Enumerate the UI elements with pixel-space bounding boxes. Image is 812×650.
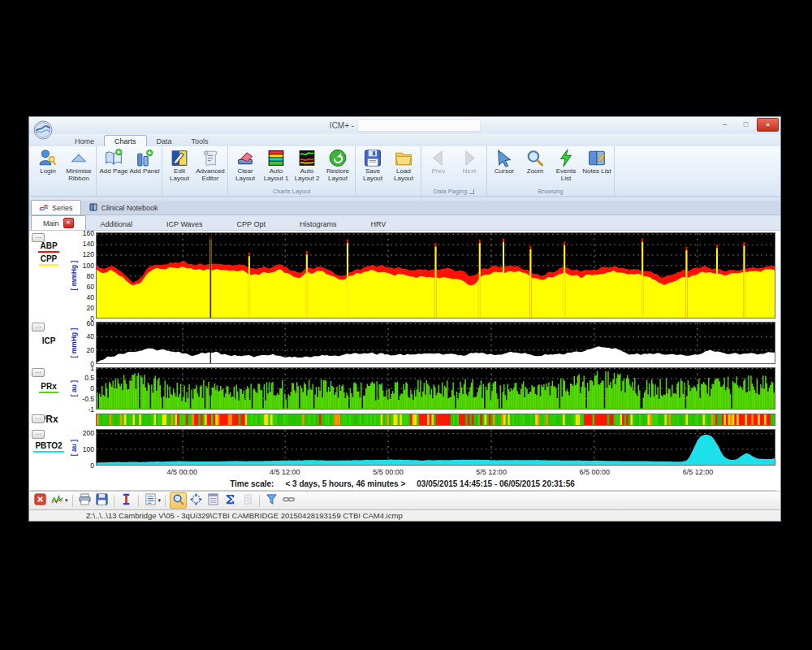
ribbon-group-browsing: CursorZoomEvents ListNotes ListBrowsing — [487, 146, 615, 196]
panel-prx: …PRx[ au ]-1-0.500.51 — [29, 367, 775, 410]
add-page-button[interactable]: Add Page — [98, 147, 129, 187]
panel-menu-button[interactable]: … — [32, 323, 45, 332]
plot-pbto2[interactable] — [96, 429, 775, 466]
zoom-button[interactable]: Zoom — [520, 147, 551, 187]
link-button[interactable] — [281, 493, 296, 508]
dialog-launcher-icon[interactable] — [469, 189, 474, 194]
events-list-button[interactable]: Events List — [551, 147, 581, 187]
page-tab-additional[interactable]: Additional — [89, 219, 145, 230]
ribbon-tab-data[interactable]: Data — [147, 136, 182, 146]
notes-list-button[interactable]: Notes List — [581, 147, 612, 187]
load-layout-button[interactable]: Load Layout — [388, 147, 419, 187]
time-tick-label: 5/5 00:00 — [373, 468, 404, 476]
zoom-tool-button[interactable] — [170, 492, 187, 509]
clear-layout-button[interactable]: Clear Layout — [230, 147, 261, 187]
axis-unit-label: [ au ] — [68, 367, 79, 410]
save-image-button[interactable] — [94, 493, 110, 508]
y-axis-ticks: 0204060 — [79, 322, 96, 364]
panel-menu-button[interactable]: … — [32, 414, 45, 423]
close-tab-icon[interactable]: × — [63, 218, 74, 228]
doc-tab-clinical-notebook[interactable]: Clinical Notebook — [81, 201, 166, 214]
panel-labels-prx-band: …PRx — [29, 414, 68, 426]
panel-menu-button[interactable]: … — [32, 233, 45, 242]
ribbon-tab-bar: HomeChartsDataTools — [29, 134, 780, 146]
panel-close-button[interactable] — [32, 493, 48, 508]
cursor-button[interactable]: Cursor — [489, 147, 520, 187]
panel-icp: …ICP[ mmHg ]0204060 — [29, 322, 775, 364]
time-range-value: 03/05/2015 14:45:15 - 06/05/2015 20:31:5… — [417, 479, 575, 488]
add-page-icon — [103, 148, 124, 168]
magnifier-icon — [172, 493, 184, 509]
bottom-toolbar: ▾▾ — [29, 491, 780, 509]
notes-list-small-button[interactable] — [143, 493, 158, 508]
auto-layout-2-icon — [296, 148, 317, 168]
report-button[interactable] — [205, 493, 221, 508]
horizontal-scrollbar[interactable]: ‹ › — [31, 490, 775, 491]
app-logo-icon[interactable] — [33, 120, 53, 140]
document-tab-bar: SeriesClinical Notebook — [29, 201, 780, 215]
filter-button[interactable] — [264, 493, 279, 508]
restore-layout-button[interactable]: Restore Layout — [322, 147, 353, 187]
notes-list-icon — [586, 148, 607, 168]
status-bar: Z:\..\..\13 Cambridge V\05 - 3qUi329\CTB… — [29, 509, 780, 521]
series-label-prx: PRx — [39, 382, 58, 393]
minimise-ribbon-button[interactable]: Minimise Ribbon — [63, 147, 94, 187]
ribbon-group-data-paging: PrevNextData Paging — [421, 146, 487, 196]
icm-window: ICM+ - – □ × HomeChartsDataTools LoginMi… — [28, 116, 781, 522]
time-axis-labels: 4/5 00:004/5 12:005/5 00:005/5 12:006/5 … — [96, 467, 775, 478]
auto-layout-2-button[interactable]: Auto Layout 2 — [292, 147, 322, 187]
report-icon — [207, 493, 219, 509]
doc-tab-series[interactable]: Series — [31, 200, 81, 214]
plot-icp[interactable] — [96, 322, 775, 364]
fit-layout-button[interactable] — [188, 493, 204, 508]
next-icon — [459, 148, 480, 168]
close-red-icon — [34, 493, 46, 509]
print-button[interactable] — [77, 493, 93, 508]
ribbon-group: Add PageAdd Panel — [97, 146, 162, 196]
plot-prx[interactable] — [96, 367, 775, 410]
page-tab-main[interactable]: Main× — [31, 215, 86, 230]
panel-menu-button[interactable]: … — [32, 368, 45, 377]
advanced-editor-icon — [200, 148, 221, 168]
auto-layout-1-button[interactable]: Auto Layout 1 — [261, 147, 292, 187]
ribbon-tab-home[interactable]: Home — [65, 136, 104, 146]
prev-icon — [428, 148, 449, 168]
script-icon — [241, 493, 253, 509]
statistics-sigma-button[interactable] — [222, 493, 238, 508]
login-icon — [37, 148, 58, 168]
login-button[interactable]: Login — [32, 147, 63, 187]
axis-unit-label — [68, 414, 79, 426]
file-path: Z:\..\..\13 Cambridge V\05 - 3qUi329\CTB… — [86, 511, 403, 520]
dropdown-arrow-icon[interactable]: ▾ — [158, 497, 162, 504]
maximize-button[interactable]: □ — [736, 118, 756, 130]
add-panel-button[interactable]: Add Panel — [129, 147, 160, 187]
sigma-icon — [224, 493, 236, 509]
script-button — [240, 493, 255, 508]
signal-trace-button[interactable] — [50, 493, 65, 508]
axis-unit-label: [ au ] — [68, 429, 79, 466]
dropdown-arrow-icon[interactable]: ▾ — [65, 497, 68, 504]
close-button[interactable]: × — [757, 118, 779, 132]
panel-labels-abp-cpp: …ABPCPP — [29, 232, 68, 318]
list-icon — [145, 493, 157, 509]
plot-prx-band[interactable] — [96, 414, 775, 426]
toolbar-separator — [165, 495, 166, 507]
page-tab-icp-waves[interactable]: ICP Waves — [155, 219, 214, 230]
edit-layout-button[interactable]: Edit Layout — [164, 147, 195, 187]
plot-abp-cpp[interactable] — [96, 232, 775, 318]
minimize-button[interactable]: – — [715, 118, 735, 130]
page-tab-hrv[interactable]: HRV — [359, 219, 397, 230]
add-panel-icon — [134, 148, 155, 168]
page-tab-histograms[interactable]: Histograms — [288, 219, 348, 230]
save-layout-button[interactable]: Save Layout — [357, 147, 388, 187]
panel-menu-button[interactable]: … — [32, 430, 45, 439]
advanced-editor-button[interactable]: Advanced Editor — [195, 147, 226, 187]
ribbon: LoginMinimise RibbonAdd PageAdd PanelEdi… — [29, 146, 780, 197]
annotation-ibeam-button[interactable] — [119, 493, 134, 508]
y-axis-ticks: 0100200 — [79, 429, 96, 466]
ribbon-tab-tools[interactable]: Tools — [182, 136, 218, 146]
axis-unit-label: [ mmHg ] — [68, 232, 79, 318]
page-tab-cpp-opt[interactable]: CPP Opt — [226, 219, 277, 230]
ribbon-tab-charts[interactable]: Charts — [104, 135, 147, 146]
ribbon-group: Save LayoutLoad Layout — [356, 146, 421, 196]
